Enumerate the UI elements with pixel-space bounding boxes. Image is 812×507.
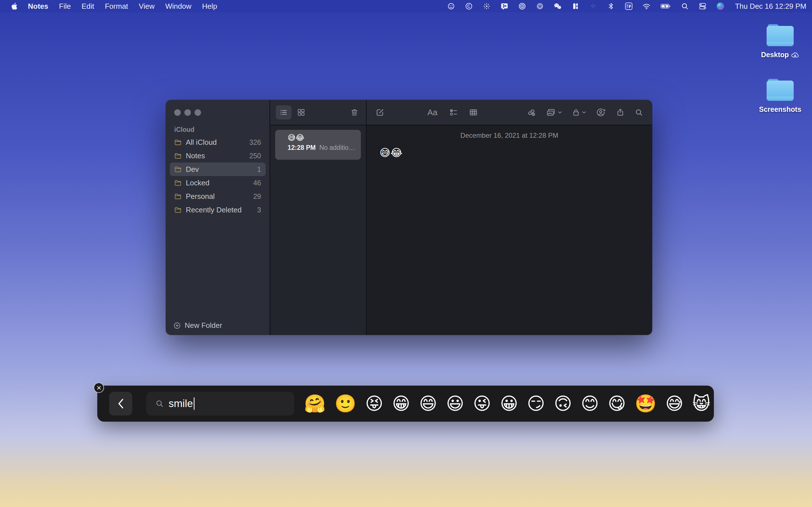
sidebar-folder-personal[interactable]: Personal 29 [170,189,266,203]
delete-note-button[interactable] [350,108,359,117]
folder-icon [174,206,182,214]
desktop-folder-screenshots[interactable]: Screenshots [759,78,801,114]
creative-cloud-icon[interactable] [465,2,473,10]
menubar-clock[interactable]: Thu Dec 16 12:29 PM [735,2,806,11]
emoji-result[interactable]: 🤩 [635,395,656,412]
new-note-button[interactable] [375,108,385,117]
desktop-icon-label: Desktop [761,51,789,59]
faded-app-icon[interactable] [589,2,598,10]
note-item-time: 12:28 PM [288,144,316,152]
folder-icon [766,23,794,48]
note-item-preview: No additio… [319,144,355,152]
share-bubble-icon[interactable] [500,2,509,10]
spotlight-icon[interactable] [680,2,689,10]
folder-count: 326 [249,138,261,147]
zoom-window-button[interactable] [195,109,201,116]
siri-icon[interactable] [716,2,725,10]
checklist-button[interactable] [449,108,458,117]
folder-count: 46 [253,179,261,187]
menu-item-edit[interactable]: Edit [76,0,100,12]
pinyin-input-icon[interactable] [624,2,633,10]
menu-item-view[interactable]: View [133,0,160,12]
emoji-search-field[interactable]: smile [146,392,294,415]
add-people-button[interactable] [596,108,606,117]
emoji-result[interactable]: 😁 [392,395,410,412]
note-list-item[interactable]: 😅😂 12:28 PM No additio… [275,130,361,160]
media-menu-button[interactable] [546,108,562,117]
battery-charging-icon[interactable] [660,2,671,10]
note-list-pane: 😅😂 12:28 PM No additio… [269,100,366,335]
notes-window: iCloud All iCloud 326 Notes 250 Dev 1 Lo… [166,100,652,335]
emoji-result[interactable]: 😋 [608,395,626,412]
folder-icon [174,193,182,200]
sidebar-folder-all-icloud[interactable]: All iCloud 326 [170,135,266,149]
sidebar-folder-locked[interactable]: Locked 46 [170,176,266,189]
emoji-result[interactable]: 😅 [665,395,684,412]
folder-count: 1 [257,165,261,173]
plus-circle-icon [173,322,181,330]
emoji-result[interactable]: 😀 [500,395,518,412]
emoji-result[interactable]: 🤗 [304,395,326,412]
brightness-icon[interactable] [483,2,491,10]
menu-item-format[interactable]: Format [100,0,133,12]
note-body[interactable]: 😅😂 [379,147,652,159]
search-input[interactable]: smile [168,398,193,409]
folder-icon [766,78,794,103]
window-tiles-icon[interactable] [571,2,580,10]
folder-count: 29 [253,192,261,201]
note-editor-pane: Aa [366,100,652,335]
new-folder-button[interactable]: New Folder [173,321,222,330]
search-note-button[interactable] [635,108,643,117]
emoji-result[interactable]: 😜 [473,395,492,412]
format-button[interactable]: Aa [427,108,437,117]
text-caret [194,397,195,410]
table-button[interactable] [469,108,478,117]
emoji-picker-bar: smile 🤗 🙂 😝 😁 😄 😃 😜 😀 😏 🙃 😊 😋 🤩 😅 😸 [97,386,714,421]
photos-icon [546,108,556,117]
emoji-result[interactable]: 😄 [419,395,437,412]
desktop-icon-label: Screenshots [759,105,801,114]
lock-icon [572,108,580,117]
folder-count: 3 [257,206,261,214]
wifi-icon[interactable] [642,2,651,10]
close-window-button[interactable] [174,109,181,116]
sidebar-folder-recently-deleted[interactable]: Recently Deleted 3 [170,203,266,217]
wechat-icon[interactable] [553,2,562,10]
close-icon[interactable] [94,383,104,393]
emoji-result[interactable]: 😊 [581,395,599,412]
folder-icon [174,138,182,146]
desktop-folder-desktop[interactable]: Desktop [759,23,801,59]
sidebar-folder-dev[interactable]: Dev 1 [170,163,266,176]
notes-sidebar: iCloud All iCloud 326 Notes 250 Dev 1 Lo… [166,100,269,335]
emoji-app-icon[interactable] [447,2,455,10]
traffic-lights [174,109,201,116]
bluetooth-icon[interactable] [607,2,615,10]
apple-menu-icon[interactable] [7,2,22,10]
minimize-window-button[interactable] [185,109,191,116]
menu-item-window[interactable]: Window [160,0,197,12]
menu-item-app[interactable]: Notes [22,0,54,12]
onepassword-icon[interactable] [518,2,526,10]
menu-item-help[interactable]: Help [197,0,222,12]
share-button[interactable] [616,108,624,117]
lock-menu-button[interactable] [572,108,586,117]
chevron-down-icon [558,111,562,114]
sidebar-folder-notes[interactable]: Notes 250 [170,149,266,163]
folder-icon [174,179,182,186]
u-shield-icon[interactable] [536,2,544,10]
menu-bar: Notes File Edit Format View Window Help [0,0,812,12]
emoji-result[interactable]: 😝 [365,395,384,412]
back-button[interactable] [109,392,132,415]
add-link-button[interactable] [527,108,536,117]
gallery-view-button[interactable] [293,105,309,119]
list-view-button[interactable] [276,105,292,119]
emoji-result[interactable]: 🙂 [335,395,356,412]
emoji-result[interactable]: 😃 [446,395,464,412]
note-date-line: December 16, 2021 at 12:28 PM [366,131,652,139]
emoji-result[interactable]: 😏 [527,395,545,412]
emoji-result[interactable]: 😸 [692,395,711,412]
search-icon [155,399,164,408]
emoji-result[interactable]: 🙃 [554,395,572,412]
control-center-icon[interactable] [698,2,707,10]
menu-item-file[interactable]: File [54,0,76,12]
